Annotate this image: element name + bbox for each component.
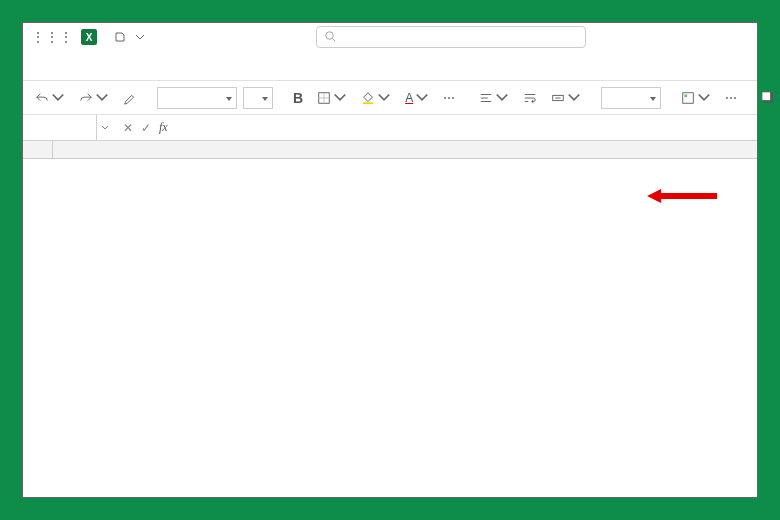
arrow-annotation-cell	[647, 185, 717, 207]
menu-tabs	[23, 51, 757, 81]
title-bar: ⋮⋮⋮ X	[23, 23, 757, 51]
undo-button[interactable]	[31, 89, 69, 107]
more-styles-icon[interactable]: ⋯	[721, 89, 741, 107]
chevron-down-icon[interactable]	[135, 32, 145, 42]
font-name-select[interactable]	[157, 87, 237, 109]
font-color-button[interactable]: A	[401, 89, 433, 107]
excel-logo-icon: X	[81, 29, 97, 45]
enter-formula-icon[interactable]: ✓	[141, 121, 151, 135]
paintbrush-button[interactable]	[119, 89, 141, 107]
cell-grid[interactable]	[53, 159, 757, 497]
name-box[interactable]	[23, 115, 97, 140]
svg-rect-7	[762, 91, 771, 100]
column-headers[interactable]	[53, 141, 757, 159]
formula-input[interactable]	[178, 115, 757, 140]
search-box[interactable]	[316, 26, 586, 48]
save-dropdown-icon[interactable]	[115, 32, 125, 42]
merge-button[interactable]	[547, 89, 585, 107]
ribbon: B A ⋯ ⋯ ⋯	[23, 81, 757, 115]
svg-rect-2	[363, 102, 374, 104]
svg-marker-9	[647, 189, 717, 203]
svg-rect-5	[685, 94, 688, 97]
number-format-select[interactable]	[601, 87, 661, 109]
insert-cells-button[interactable]	[757, 89, 780, 107]
redo-button[interactable]	[75, 89, 113, 107]
search-icon	[325, 31, 337, 43]
app-grip-icon: ⋮⋮⋮	[31, 29, 73, 45]
formula-bar: ✕ ✓ fx	[23, 115, 757, 141]
wrap-text-button[interactable]	[519, 89, 541, 107]
conditional-format-button[interactable]	[677, 89, 715, 107]
svg-point-0	[326, 32, 334, 40]
more-font-icon[interactable]: ⋯	[439, 89, 459, 107]
font-size-select[interactable]	[243, 87, 273, 109]
fx-icon[interactable]: fx	[159, 120, 168, 135]
cancel-formula-icon[interactable]: ✕	[123, 121, 133, 135]
bold-button[interactable]: B	[289, 88, 307, 108]
align-left-button[interactable]	[475, 89, 513, 107]
svg-rect-4	[683, 92, 694, 103]
select-all-corner[interactable]	[23, 141, 53, 159]
spreadsheet-area[interactable]	[23, 141, 757, 497]
namebox-dropdown-icon[interactable]	[101, 124, 109, 132]
fill-color-button[interactable]	[357, 89, 395, 107]
borders-button[interactable]	[313, 89, 351, 107]
